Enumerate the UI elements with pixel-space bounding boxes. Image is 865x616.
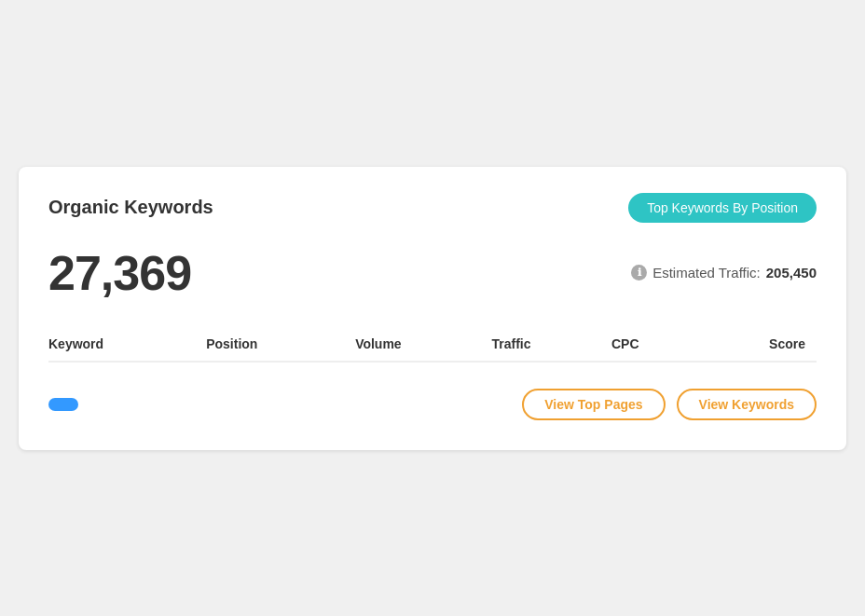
table-header-row: Keyword Position Volume Traffic CPC Scor…: [48, 327, 817, 362]
info-icon: ℹ: [631, 265, 647, 281]
col-cpc: CPC: [611, 327, 704, 362]
stats-row: 27,369 ℹ Estimated Traffic: 205,450: [48, 245, 817, 301]
keywords-table: Keyword Position Volume Traffic CPC Scor…: [48, 327, 817, 363]
estimated-traffic: ℹ Estimated Traffic: 205,450: [631, 265, 817, 281]
organic-keywords-card: Organic Keywords Top Keywords By Positio…: [19, 167, 846, 450]
footer-buttons: View Top Pages View Keywords: [522, 389, 817, 420]
card-header: Organic Keywords Top Keywords By Positio…: [48, 193, 817, 223]
card-footer: View Top Pages View Keywords: [48, 389, 817, 420]
col-position: Position: [206, 327, 355, 362]
organic-count: 27,369: [48, 245, 191, 301]
top-keywords-button[interactable]: Top Keywords By Position: [628, 193, 817, 223]
col-score: Score: [704, 327, 817, 362]
view-keywords-button[interactable]: View Keywords: [677, 389, 817, 420]
col-volume: Volume: [355, 327, 491, 362]
view-top-pages-button[interactable]: View Top Pages: [522, 389, 665, 420]
card-title: Organic Keywords: [48, 197, 213, 218]
estimated-traffic-label: Estimated Traffic:: [652, 265, 761, 281]
estimated-traffic-value: 205,450: [766, 265, 817, 281]
rank-strength-badge: [48, 398, 78, 411]
col-traffic: Traffic: [491, 327, 611, 362]
col-keyword: Keyword: [48, 327, 206, 362]
